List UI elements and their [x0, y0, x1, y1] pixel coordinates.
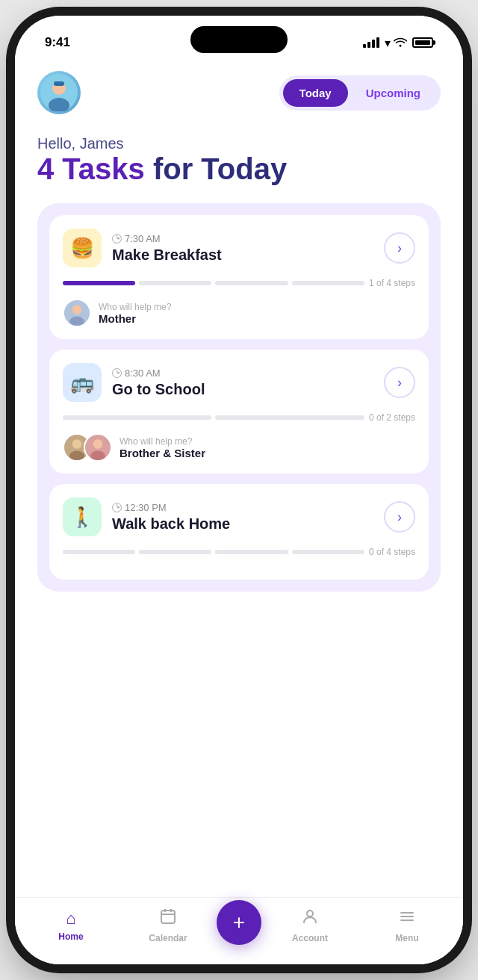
svg-point-5	[72, 305, 82, 314]
tab-switcher: Today Upcoming	[279, 75, 441, 111]
tab-today[interactable]: Today	[283, 79, 348, 107]
clock-icon-1	[112, 234, 122, 244]
task-time-1: 7:30 AM	[112, 233, 222, 244]
task-arrow-3[interactable]: ›	[384, 501, 415, 533]
tab-upcoming[interactable]: Upcoming	[350, 79, 437, 107]
header-row: Today Upcoming	[37, 71, 441, 114]
nav-home[interactable]: ⌂ Home	[22, 909, 120, 942]
wifi-icon: ▾	[385, 36, 407, 50]
helper-name-2: Brother & Sister	[120, 447, 205, 459]
home-icon: ⌂	[66, 909, 75, 928]
task-name-3: Walk back Home	[112, 515, 230, 533]
progress-seg-3-1	[63, 550, 135, 554]
progress-seg-2-2	[215, 415, 364, 420]
nav-menu[interactable]: Menu	[358, 908, 456, 943]
progress-seg-1-2	[139, 281, 211, 285]
helper-info-2: Who will help me? Brother & Sister	[120, 436, 205, 459]
task-list: 🍔 7:30 AM Make Breakfast ›	[37, 203, 441, 592]
task-left-1: 🍔 7:30 AM Make Breakfast	[63, 229, 222, 267]
progress-bars-3	[63, 550, 364, 554]
battery-icon	[412, 37, 433, 48]
nav-calendar-label: Calendar	[149, 933, 187, 943]
task-time-2: 8:30 AM	[112, 368, 205, 379]
avatar	[37, 71, 81, 114]
greeting-section: Hello, James 4 Tasks for Today	[37, 135, 441, 185]
progress-section-2: 0 of 2 steps	[63, 412, 415, 423]
task-arrow-1[interactable]: ›	[384, 232, 415, 264]
dynamic-island	[190, 26, 288, 53]
calendar-icon	[159, 908, 177, 930]
task-top-2: 🚌 8:30 AM Go to School ›	[63, 363, 415, 402]
progress-track-1: 1 of 4 steps	[63, 278, 415, 288]
status-icons: ▾	[363, 36, 433, 50]
task-card-3: 🚶 12:30 PM Walk back Home ›	[49, 484, 429, 580]
progress-section-3: 0 of 4 steps	[63, 547, 415, 557]
progress-seg-1-3	[215, 281, 288, 285]
signal-bars-icon	[363, 37, 379, 48]
phone-frame: 9:41 ▾	[15, 16, 463, 964]
nav-home-label: Home	[58, 931, 83, 942]
svg-rect-3	[54, 81, 64, 86]
helper-avatars-1	[63, 299, 91, 327]
progress-seg-3-2	[139, 550, 211, 554]
svg-point-9	[69, 450, 84, 461]
task-icon-3: 🚶	[63, 497, 102, 536]
greeting-main: 4 Tasks for Today	[37, 152, 441, 185]
helper-avatars-2	[63, 433, 112, 462]
task-icon-1: 🍔	[63, 229, 102, 267]
nav-menu-label: Menu	[395, 933, 418, 943]
task-time-3: 12:30 PM	[112, 502, 230, 513]
helper-avatar-1-1	[63, 299, 91, 327]
svg-point-12	[90, 450, 105, 461]
phone-inner: 9:41 ▾	[15, 16, 463, 964]
menu-icon	[398, 908, 416, 930]
task-info-3: 12:30 PM Walk back Home	[112, 502, 230, 533]
nav-account-label: Account	[292, 933, 328, 943]
bottom-nav: ⌂ Home Calendar +	[15, 897, 463, 964]
progress-seg-1-4	[292, 281, 364, 285]
helper-label-2: Who will help me?	[120, 436, 205, 447]
main-content: Today Upcoming Hello, James 4 Tasks for …	[15, 56, 463, 897]
progress-track-3: 0 of 4 steps	[63, 547, 415, 557]
helper-avatar-2-2	[84, 433, 112, 462]
nav-account[interactable]: Account	[261, 908, 358, 943]
task-left-3: 🚶 12:30 PM Walk back Home	[63, 497, 230, 536]
helper-name-1: Mother	[99, 312, 171, 325]
progress-label-2: 0 of 2 steps	[369, 412, 415, 423]
progress-track-2: 0 of 2 steps	[63, 412, 415, 423]
greeting-sub: Hello, James	[37, 135, 441, 152]
task-card-1: 🍔 7:30 AM Make Breakfast ›	[49, 215, 429, 339]
svg-point-11	[93, 439, 103, 449]
clock-icon-2	[112, 368, 122, 378]
progress-bars-1	[63, 281, 364, 285]
account-icon	[301, 908, 319, 930]
progress-seg-3-3	[215, 550, 288, 554]
progress-bars-2	[63, 415, 364, 420]
task-info-2: 8:30 AM Go to School	[112, 368, 205, 398]
greeting-rest: for Today	[145, 152, 287, 185]
progress-seg-1-1	[63, 281, 135, 285]
helper-section-1: Who will help me? Mother	[63, 299, 415, 327]
clock-icon-3	[112, 503, 122, 512]
helper-info-1: Who will help me? Mother	[99, 302, 171, 325]
status-time: 9:41	[45, 35, 70, 50]
nav-add-button[interactable]: +	[217, 900, 261, 945]
task-name-2: Go to School	[112, 381, 205, 398]
task-count: 4 Tasks	[37, 152, 145, 185]
progress-seg-2-1	[63, 415, 211, 420]
task-card-2: 🚌 8:30 AM Go to School ›	[49, 350, 429, 474]
helper-section-2: Who will help me? Brother & Sister	[63, 433, 415, 462]
task-top-1: 🍔 7:30 AM Make Breakfast ›	[63, 229, 415, 267]
task-name-1: Make Breakfast	[112, 246, 222, 264]
progress-section-1: 1 of 4 steps	[63, 278, 415, 288]
task-arrow-2[interactable]: ›	[384, 367, 415, 398]
task-icon-2: 🚌	[63, 363, 102, 402]
progress-seg-3-4	[292, 550, 364, 554]
svg-rect-13	[161, 911, 175, 923]
svg-point-17	[307, 911, 313, 917]
task-top-3: 🚶 12:30 PM Walk back Home ›	[63, 497, 415, 536]
helper-label-1: Who will help me?	[99, 302, 171, 312]
svg-point-8	[72, 439, 82, 449]
progress-label-3: 0 of 4 steps	[369, 547, 415, 557]
nav-calendar[interactable]: Calendar	[120, 908, 217, 943]
